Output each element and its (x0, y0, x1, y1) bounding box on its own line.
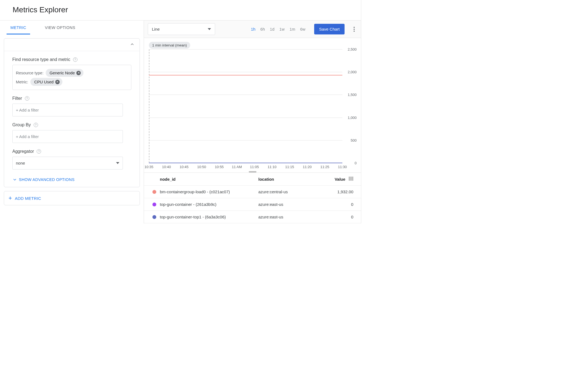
chart-gridline (149, 72, 342, 72)
chart-gridline (149, 49, 342, 49)
legend-swatch (152, 203, 156, 206)
x-axis-label: 10:55 (215, 165, 224, 169)
y-axis-label: 2,500 (348, 47, 357, 51)
aggregator-label: Aggregator ? (12, 149, 131, 154)
range-6h[interactable]: 6h (260, 27, 265, 31)
range-1w[interactable]: 1w (279, 27, 285, 31)
range-6w[interactable]: 6w (300, 27, 305, 31)
tab-metric[interactable]: METRIC (7, 21, 30, 34)
x-axis-label: 11:10 (268, 165, 277, 169)
metric-label: Metric: (16, 80, 28, 84)
legend-header-nodeid[interactable]: node_id (160, 177, 258, 182)
filter-label: Filter ? (12, 96, 131, 101)
chart-panel: Line 1h 6h 1d 1w 1m 6w Save Chart 1 min … (144, 21, 361, 223)
y-axis-label: 1,000 (348, 115, 357, 119)
legend-nodeid: top-gun-container-top1 - (6a3a3c06) (160, 215, 258, 219)
show-advanced-options-link[interactable]: SHOW ADVANCED OPTIONS (12, 175, 74, 184)
legend-value: 1,932.00 (313, 189, 356, 194)
find-metric-label-text: Find resource type and metric (12, 57, 70, 62)
x-axis-label: 11:20 (303, 165, 312, 169)
show-advanced-options-text: SHOW ADVANCED OPTIONS (19, 177, 74, 182)
legend-value: 0 (313, 202, 356, 207)
chart-gridline (149, 118, 342, 118)
columns-icon[interactable] (349, 177, 353, 181)
resource-type-value: Generic Node (50, 71, 75, 75)
metric-chip[interactable]: CPU Used ✕ (30, 78, 62, 86)
config-sidebar: METRIC VIEW OPTIONS Find resource type a… (0, 21, 144, 223)
tab-view-options[interactable]: VIEW OPTIONS (41, 21, 79, 34)
app-root: Metrics Explorer METRIC VIEW OPTIONS Fin… (0, 0, 361, 223)
add-metric-button[interactable]: + ADD METRIC (4, 191, 140, 205)
more-menu-icon[interactable] (351, 26, 357, 32)
legend-header-row: node_id location Value (144, 173, 361, 186)
chart-type-select[interactable]: Line (148, 23, 215, 35)
metric-config-card: Find resource type and metric ? Resource… (4, 38, 140, 187)
remove-resource-type-icon[interactable]: ✕ (76, 71, 81, 75)
x-axis-label: 11:30 (338, 165, 347, 169)
sidebar-tabs: METRIC VIEW OPTIONS (4, 21, 140, 34)
add-metric-label: ADD METRIC (15, 196, 41, 201)
legend-swatch (152, 190, 156, 194)
x-axis-label: 11:15 (285, 165, 294, 169)
legend-nodeid: top-gun-container - (261a3b9c) (160, 202, 258, 207)
help-icon[interactable]: ? (73, 57, 77, 62)
resource-type-chip[interactable]: Generic Node ✕ (46, 69, 84, 77)
x-axis-label: 10:35 (144, 165, 154, 169)
legend-location: azure:central-us (258, 189, 313, 194)
y-axis-label: 2,000 (348, 70, 357, 74)
time-range-picker: 1h 6h 1d 1w 1m 6w (251, 27, 305, 31)
chevron-up-icon (130, 42, 135, 47)
aggregator-label-text: Aggregator (12, 149, 34, 154)
range-1m[interactable]: 1m (290, 27, 295, 31)
chevron-down-icon (208, 28, 211, 30)
legend-header-location[interactable]: location (258, 177, 313, 182)
filter-label-text: Filter (12, 96, 22, 101)
plus-icon: + (8, 195, 12, 201)
help-icon[interactable]: ? (34, 123, 38, 127)
x-axis-label: 10:50 (197, 165, 206, 169)
x-axis-label: 11 AM (232, 165, 242, 169)
legend-row[interactable]: top-gun-container-top1 - (6a3a3c06)azure… (144, 211, 361, 223)
legend-row[interactable]: top-gun-container - (261a3b9c)azure:east… (144, 198, 361, 211)
legend-location: azure:east-us (258, 202, 313, 207)
cursor-guide-line (149, 49, 149, 163)
aggregator-select[interactable]: none (12, 157, 123, 169)
legend-header-value[interactable]: Value (335, 177, 345, 182)
save-chart-button[interactable]: Save Chart (314, 24, 345, 34)
range-1d[interactable]: 1d (270, 27, 274, 31)
page-header: Metrics Explorer (0, 0, 361, 21)
x-axis-label: 10:45 (180, 165, 189, 169)
page-title: Metrics Explorer (13, 5, 354, 14)
card-collapse-toggle[interactable] (4, 39, 140, 51)
chart-toolbar: Line 1h 6h 1d 1w 1m 6w Save Chart (144, 21, 361, 38)
help-icon[interactable]: ? (25, 96, 29, 101)
x-axis-label: 10:40 (162, 165, 171, 169)
chart-gridline (149, 140, 342, 141)
interval-chip: 1 min interval (mean) (149, 42, 190, 49)
legend-location: azure:east-us (258, 215, 313, 219)
line-chart[interactable]: 05001,0001,5002,0002,50010:3510:4010:451… (147, 49, 358, 169)
groupby-input[interactable]: + Add a filter (12, 130, 123, 143)
help-icon[interactable]: ? (37, 149, 41, 154)
y-axis-label: 500 (351, 138, 357, 142)
legend-table: node_id location Value bm-containergroup… (144, 172, 361, 223)
chart-series-line (149, 163, 342, 163)
find-metric-label: Find resource type and metric ? (12, 57, 131, 62)
filter-input[interactable]: + Add a filter (12, 104, 123, 116)
groupby-label: Group By ? (12, 122, 131, 127)
x-axis-label: 11:25 (320, 165, 329, 169)
chart-area: 1 min interval (mean) 05001,0001,5002,00… (144, 38, 361, 172)
remove-metric-icon[interactable]: ✕ (55, 80, 60, 84)
legend-value: 0 (313, 215, 356, 219)
range-1h[interactable]: 1h (251, 27, 256, 31)
y-axis-label: 0 (355, 161, 357, 165)
legend-nodeid: bm-containergroup-load0 - (c021ac07) (160, 189, 258, 194)
y-axis-label: 1,500 (348, 93, 357, 97)
x-axis-label: 11:05 (250, 165, 259, 169)
resource-type-label: Resource type: (16, 71, 44, 75)
resource-metric-box[interactable]: Resource type: Generic Node ✕ Metric: CP… (12, 65, 131, 90)
chevron-down-icon (12, 177, 17, 182)
legend-swatch (152, 215, 156, 219)
card-body: Find resource type and metric ? Resource… (4, 51, 140, 187)
legend-row[interactable]: bm-containergroup-load0 - (c021ac07)azur… (144, 186, 361, 198)
